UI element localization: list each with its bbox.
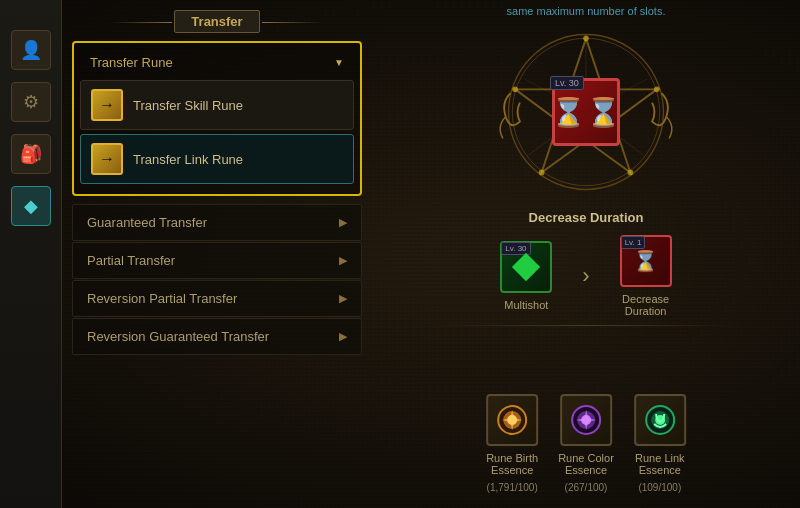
chevron-down-icon: ▼: [334, 57, 344, 68]
reversion-partial-transfer-label: Reversion Partial Transfer: [87, 291, 237, 306]
svg-point-15: [628, 170, 634, 176]
link-rune-icon: [91, 143, 123, 175]
sidebar-icon-rune[interactable]: ◆: [11, 186, 51, 226]
sidebar-icon-2[interactable]: ⚙: [11, 82, 51, 122]
center-rune: ⌛ Lv. 30: [552, 78, 620, 146]
svg-point-17: [512, 87, 518, 93]
transfer-rune-dropdown[interactable]: Transfer Rune ▼: [80, 49, 354, 76]
reversion-guaranteed-transfer-item[interactable]: Reversion Guaranteed Transfer ▶: [72, 318, 362, 355]
partial-transfer-label: Partial Transfer: [87, 253, 175, 268]
selection-box: Transfer Rune ▼ Transfer Skill Rune Tran…: [72, 41, 362, 196]
reversion-partial-transfer-item[interactable]: Reversion Partial Transfer ▶: [72, 280, 362, 317]
hint-text: same maximum number of slots.: [392, 5, 780, 17]
rune-color-essence: Rune Color Essence (267/100): [558, 394, 614, 493]
rune-birth-count: (1,791/100): [487, 482, 538, 493]
rune-link-name: Rune Link Essence: [635, 452, 685, 476]
source-rune-icon: Lv. 30: [500, 241, 552, 293]
target-rune-symbol: ⌛: [633, 249, 658, 273]
sidebar-icon-1[interactable]: 👤: [11, 30, 51, 70]
rune-birth-essence: Rune Birth Essence (1,791/100): [486, 394, 538, 493]
rune-birth-icon: [486, 394, 538, 446]
rune-link-count: (109/100): [638, 482, 681, 493]
arrow-icon-2: ▶: [339, 292, 347, 305]
resources-row: Rune Birth Essence (1,791/100) Rune Colo…: [486, 394, 686, 493]
rune-link-essence: Rune Link Essence (109/100): [634, 394, 686, 493]
arrow-icon-3: ▶: [339, 330, 347, 343]
arrow-icon-1: ▶: [339, 254, 347, 267]
right-panel: same maximum number of slots.: [372, 0, 800, 508]
main-content: Transfer Transfer Rune ▼ Transfer Skill …: [62, 0, 800, 508]
source-rune-card: Lv. 30 Multishot: [500, 241, 552, 311]
rune-birth-name: Rune Birth Essence: [486, 452, 538, 476]
target-rune-icon: Lv. 1 ⌛: [620, 235, 672, 287]
separator: [431, 325, 741, 326]
partial-transfer-item[interactable]: Partial Transfer ▶: [72, 242, 362, 279]
transfer-direction-icon: ›: [582, 263, 589, 289]
transfer-row: Lv. 30 Multishot › Lv. 1 ⌛ Decrease Dura…: [500, 235, 671, 317]
transfer-skill-rune-label: Transfer Skill Rune: [133, 98, 243, 113]
guaranteed-transfer-label: Guaranteed Transfer: [87, 215, 207, 230]
transfer-panel: Transfer Transfer Rune ▼ Transfer Skill …: [62, 0, 372, 508]
transfer-link-rune-option[interactable]: Transfer Link Rune: [80, 134, 354, 184]
rune-color-name: Rune Color Essence: [558, 452, 614, 476]
transfer-link-rune-label: Transfer Link Rune: [133, 152, 243, 167]
emblem-container: ⌛ Lv. 30: [486, 22, 686, 202]
skill-rune-icon: [91, 89, 123, 121]
target-rune-level: Lv. 1: [621, 236, 646, 249]
center-rune-level: Lv. 30: [550, 76, 584, 90]
transfer-skill-rune-option[interactable]: Transfer Skill Rune: [80, 80, 354, 130]
rune-color-icon: [560, 394, 612, 446]
sidebar-icon-3[interactable]: 🎒: [11, 134, 51, 174]
source-rune-name: Multishot: [504, 299, 548, 311]
menu-items: Guaranteed Transfer ▶ Partial Transfer ▶…: [72, 204, 362, 355]
rune-color-count: (267/100): [565, 482, 608, 493]
arrow-icon-0: ▶: [339, 216, 347, 229]
target-rune-name: Decrease Duration: [622, 293, 669, 317]
center-rune-name: Decrease Duration: [529, 210, 644, 225]
transfer-title: Transfer: [174, 10, 259, 33]
guaranteed-transfer-item[interactable]: Guaranteed Transfer ▶: [72, 204, 362, 241]
svg-point-16: [539, 170, 545, 176]
reversion-guaranteed-transfer-label: Reversion Guaranteed Transfer: [87, 329, 269, 344]
svg-point-13: [583, 36, 589, 42]
rune-link-icon: [634, 394, 686, 446]
transfer-title-bar: Transfer: [72, 10, 362, 33]
center-rune-icon: ⌛: [586, 96, 621, 129]
target-rune-card: Lv. 1 ⌛ Decrease Duration: [620, 235, 672, 317]
dropdown-label: Transfer Rune: [90, 55, 173, 70]
sidebar: 👤 ⚙ 🎒 ◆: [0, 0, 62, 508]
svg-point-14: [654, 87, 660, 93]
